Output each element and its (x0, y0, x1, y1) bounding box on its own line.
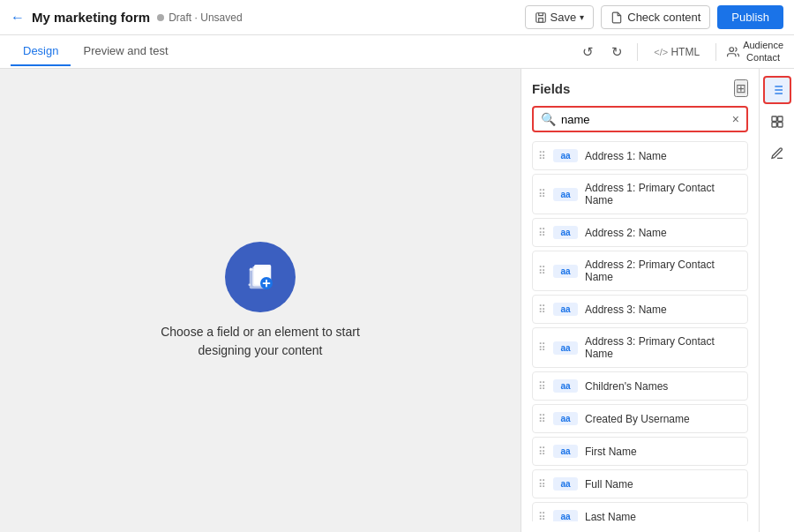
audience-label: Audience Contact (743, 40, 783, 63)
drag-handle-icon: ⠿ (538, 303, 546, 316)
html-button[interactable]: </> HTML (648, 42, 705, 62)
field-label: First Name (585, 446, 637, 458)
field-item[interactable]: ⠿ aa Address 1: Name (532, 141, 748, 170)
field-item[interactable]: ⠿ aa Address 1: Primary Contact Name (532, 174, 748, 214)
field-label: Address 3: Primary Contact Name (585, 335, 742, 360)
add-icon (770, 115, 784, 129)
canvas-line2: designing your content (198, 343, 323, 357)
drag-handle-icon: ⠿ (538, 380, 546, 393)
drag-handle-icon: ⠿ (538, 227, 546, 239)
add-content-icon (242, 259, 279, 296)
field-item[interactable]: ⠿ aa Address 3: Primary Contact Name (532, 327, 748, 368)
field-type-icon: aa (553, 303, 578, 316)
drag-handle-icon: ⠿ (538, 265, 546, 277)
drag-handle-icon: ⠿ (538, 511, 546, 522)
save-icon (535, 11, 547, 24)
field-type-icon: aa (553, 445, 578, 458)
add-element-button[interactable] (763, 108, 791, 136)
audience-line1: Audience (743, 40, 783, 51)
drag-handle-icon: ⠿ (538, 446, 546, 458)
drag-handle-icon: ⠿ (538, 478, 546, 491)
audience-icon (727, 46, 739, 58)
svg-rect-18 (777, 116, 782, 121)
field-label: Created By Username (585, 413, 690, 425)
search-icon: 🔍 (541, 112, 556, 126)
field-item[interactable]: ⠿ aa Children's Names (532, 371, 748, 401)
html-label: HTML (670, 46, 700, 58)
field-item[interactable]: ⠿ aa Last Name (532, 502, 748, 521)
fields-panel: Fields ⊞ 🔍 × ⠿ aa Address 1: Name ⠿ aa A… (521, 69, 759, 532)
field-label: Children's Names (585, 380, 668, 393)
divider (637, 43, 638, 61)
tab-preview[interactable]: Preview and test (71, 37, 180, 66)
draft-badge: Draft · Unsaved (157, 11, 242, 24)
field-label: Address 2: Name (585, 227, 667, 239)
fields-title: Fields (532, 81, 570, 96)
canvas-message: Choose a field or an element to start de… (161, 323, 360, 360)
canvas-line1: Choose a field or an element to start (161, 325, 360, 339)
field-item[interactable]: ⠿ aa First Name (532, 437, 748, 466)
field-label: Last Name (585, 511, 636, 522)
check-content-label: Check content (627, 11, 700, 24)
field-type-icon: aa (553, 341, 578, 355)
search-box: 🔍 × (532, 106, 748, 132)
field-item[interactable]: ⠿ aa Full Name (532, 469, 748, 498)
undo-button[interactable]: ↺ (579, 41, 597, 64)
redo-button[interactable]: ↻ (608, 41, 626, 64)
field-type-icon: aa (553, 265, 578, 278)
drag-handle-icon: ⠿ (538, 188, 546, 200)
field-label: Address 2: Primary Contact Name (585, 259, 742, 283)
right-panel: Fields ⊞ 🔍 × ⠿ aa Address 1: Name ⠿ aa A… (521, 69, 794, 532)
personalize-button[interactable] (763, 139, 791, 168)
field-label: Full Name (585, 478, 633, 491)
main: Choose a field or an element to start de… (0, 69, 794, 532)
canvas-icon (225, 242, 296, 312)
canvas: Choose a field or an element to start de… (0, 69, 521, 532)
file-icon (610, 11, 623, 24)
save-chevron-icon: ▾ (580, 12, 584, 22)
topbar: ← My marketing form Draft · Unsaved Save… (0, 0, 794, 35)
drag-handle-icon: ⠿ (538, 150, 546, 162)
field-item[interactable]: ⠿ aa Created By Username (532, 404, 748, 433)
app-title: My marketing form (32, 10, 150, 25)
search-clear-button[interactable]: × (732, 112, 739, 126)
drag-handle-icon: ⠿ (538, 413, 546, 425)
fields-header: Fields ⊞ (532, 79, 748, 97)
field-type-icon: aa (553, 149, 578, 162)
field-item[interactable]: ⠿ aa Address 3: Name (532, 295, 748, 324)
field-item[interactable]: ⠿ aa Address 2: Name (532, 218, 748, 247)
save-button[interactable]: Save ▾ (525, 5, 595, 29)
fields-list-icon (770, 83, 784, 97)
svg-rect-19 (772, 123, 776, 127)
tab-design[interactable]: Design (11, 37, 71, 66)
field-label: Address 1: Primary Contact Name (585, 182, 742, 206)
search-input[interactable] (561, 113, 727, 126)
svg-rect-17 (772, 116, 776, 121)
field-type-icon: aa (553, 188, 578, 201)
topbar-right: Save ▾ Check content Publish (525, 5, 783, 29)
field-type-icon: aa (553, 226, 578, 239)
tabbar-right: ↺ ↻ </> HTML Audience Contact (579, 40, 783, 63)
topbar-left: ← My marketing form Draft · Unsaved (11, 10, 516, 26)
grid-view-button[interactable]: ⊞ (734, 79, 748, 97)
audience-line2: Contact (743, 52, 783, 64)
drag-handle-icon: ⠿ (538, 341, 546, 354)
canvas-inner: Choose a field or an element to start de… (161, 242, 360, 360)
audience-section: Audience Contact (727, 40, 783, 63)
svg-rect-20 (777, 123, 782, 127)
divider2 (715, 43, 716, 61)
field-label: Address 3: Name (585, 303, 667, 316)
field-item[interactable]: ⠿ aa Address 2: Primary Contact Name (532, 251, 748, 291)
sidebar-icons (759, 69, 794, 532)
draft-status: Draft · Unsaved (169, 11, 242, 24)
back-button[interactable]: ← (11, 10, 25, 26)
tabs: Design Preview and test (11, 37, 181, 66)
personalize-icon (770, 146, 784, 161)
publish-button[interactable]: Publish (717, 5, 783, 29)
field-type-icon: aa (553, 412, 578, 425)
field-label: Address 1: Name (585, 150, 667, 162)
check-content-button[interactable]: Check content (601, 5, 710, 29)
tabbar: Design Preview and test ↺ ↻ </> HTML Aud… (0, 35, 794, 69)
fields-panel-button[interactable] (763, 76, 791, 104)
field-type-icon: aa (553, 379, 578, 393)
